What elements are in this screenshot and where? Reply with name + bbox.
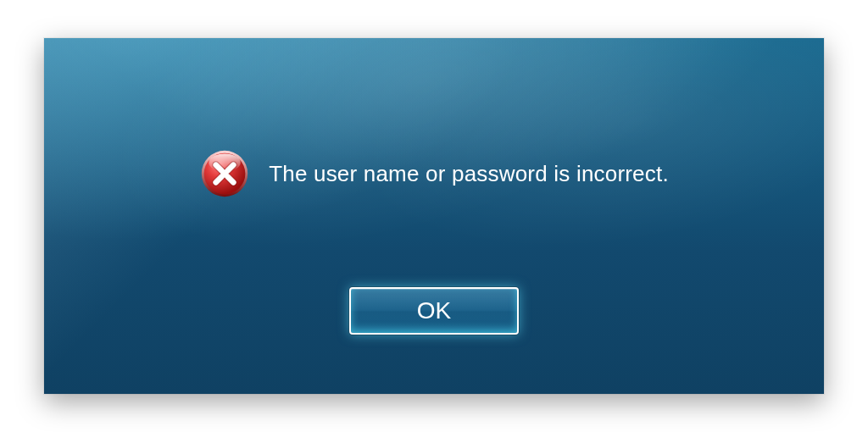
button-row: OK	[44, 287, 824, 335]
login-error-dialog: The user name or password is incorrect. …	[44, 38, 824, 394]
error-message: The user name or password is incorrect.	[269, 161, 669, 187]
error-icon	[199, 148, 250, 199]
message-row: The user name or password is incorrect.	[44, 148, 824, 199]
ok-button[interactable]: OK	[349, 287, 519, 335]
